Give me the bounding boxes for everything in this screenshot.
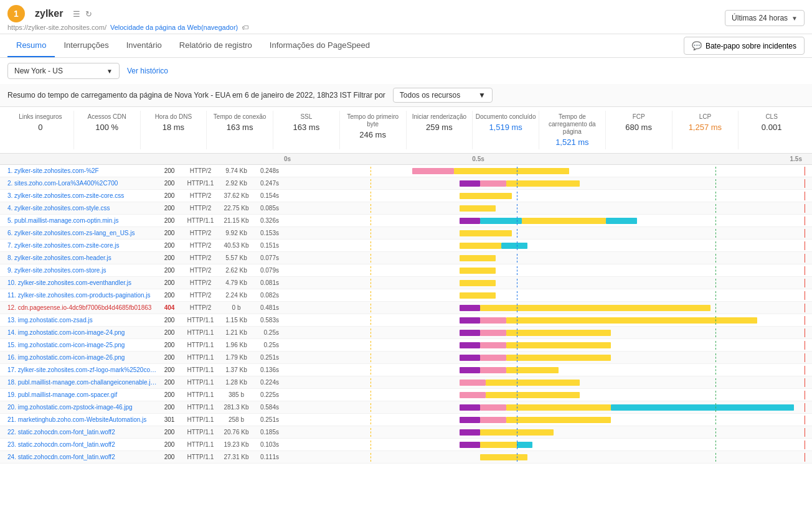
- row-url[interactable]: 19. publ.maillist-manage.com-spacer.gif: [7, 391, 157, 398]
- row-time: 0.154s: [253, 192, 281, 199]
- row-url[interactable]: 18. publ.maillist-manage.com-challangeic…: [7, 379, 157, 386]
- location-dropdown[interactable]: New York - US ▼: [7, 63, 120, 79]
- table-row: 7. zylker-site.zohosites.com-zsite-core.…: [0, 240, 812, 252]
- chat-button[interactable]: 💬 Bate-papo sobre incidentes: [684, 37, 805, 55]
- row-url[interactable]: 14. img.zohostatic.com-icon-image-24.png: [7, 329, 157, 336]
- header-right: Últimas 24 horas ▼: [725, 10, 805, 26]
- row-proto: HTTP/1.1: [182, 441, 219, 448]
- row-time: 0.247s: [253, 180, 281, 187]
- metric-item: Tempo de conexão163 ms: [207, 111, 273, 149]
- row-status: 200: [157, 230, 182, 236]
- row-chart: [281, 353, 805, 362]
- metric-item: CLS0.001: [739, 111, 805, 149]
- row-time: 0.583s: [253, 317, 281, 324]
- metric-item: LCP1,257 ms: [673, 111, 739, 149]
- row-time: 0.25s: [253, 342, 281, 348]
- row-time: 0.481s: [253, 304, 281, 311]
- row-url[interactable]: 1. zylker-site.zohosites.com-%2F: [7, 167, 157, 174]
- row-url[interactable]: 23. static.zohocdn.com-font_latin.woff2: [7, 441, 157, 448]
- timeline-labels: 0s 0.5s 1.5s: [281, 156, 805, 162]
- row-proto: HTTP/2: [182, 192, 219, 199]
- row-time: 0.251s: [253, 416, 281, 423]
- row-status: 200: [157, 404, 182, 411]
- row-url[interactable]: 3. zylker-site.zohosites.com-zsite-core.…: [7, 192, 157, 199]
- row-url[interactable]: 7. zylker-site.zohosites.com-zsite-core.…: [7, 242, 157, 249]
- row-url[interactable]: 16. img.zohostatic.com-icon-image-26.png: [7, 354, 157, 361]
- row-chart: [281, 440, 805, 449]
- table-row: 12. cdn.pagesense.io-4dc9bf7006bd4d4685f…: [0, 302, 812, 314]
- time-range-dropdown[interactable]: Últimas 24 horas ▼: [725, 10, 805, 26]
- row-proto: HTTP/1.1: [182, 454, 219, 460]
- header-left: 1 zylker ☰ ↻ https://zylker-site.zohosit…: [7, 5, 248, 31]
- row-status: 200: [157, 354, 182, 361]
- table-row: 13. img.zohostatic.com-zsad.js 200 HTTP/…: [0, 314, 812, 327]
- row-url[interactable]: 10. zylker-site.zohosites.com-eventhandl…: [7, 279, 157, 286]
- table-row: 16. img.zohostatic.com-icon-image-26.png…: [0, 352, 812, 364]
- row-url[interactable]: 15. img.zohostatic.com-icon-image-25.png: [7, 342, 157, 348]
- row-time: 0.25s: [253, 329, 281, 336]
- history-link[interactable]: Ver histórico: [127, 67, 168, 75]
- tab-resumo[interactable]: Resumo: [7, 34, 55, 57]
- tab-inventario[interactable]: Inventário: [118, 34, 171, 57]
- row-status: 200: [157, 167, 182, 174]
- row-url[interactable]: 6. zylker-site.zohosites.com-zs-lang_en_…: [7, 230, 157, 236]
- tab-interrupcoes[interactable]: Interrupções: [55, 34, 117, 57]
- row-url[interactable]: 13. img.zohostatic.com-zsad.js: [7, 317, 157, 324]
- metric-item: Iniciar renderização259 ms: [407, 111, 473, 149]
- row-chart: [281, 341, 805, 350]
- metric-item: SSL163 ms: [273, 111, 340, 149]
- table-row: 3. zylker-site.zohosites.com-zsite-core.…: [0, 190, 812, 202]
- tab-pagespeed[interactable]: Informações do PageSpeed: [261, 34, 379, 57]
- row-size: 385 b: [219, 391, 253, 398]
- waterfall-rows: 1. zylker-site.zohosites.com-%2F 200 HTT…: [0, 165, 812, 464]
- row-url[interactable]: 21. marketinghub.zoho.com-WebsiteAutomat…: [7, 416, 157, 423]
- row-proto: HTTP/2: [182, 279, 219, 286]
- table-row: 6. zylker-site.zohosites.com-zs-lang_en_…: [0, 227, 812, 240]
- table-row: 17. zylker-site.zohosites.com-zf-logo-ma…: [0, 364, 812, 376]
- refresh-icon[interactable]: ↻: [85, 9, 92, 19]
- row-url[interactable]: 8. zylker-site.zohosites.com-header.js: [7, 254, 157, 261]
- row-url[interactable]: 4. zylker-site.zohosites.com-style.css: [7, 205, 157, 212]
- table-row: 15. img.zohostatic.com-icon-image-25.png…: [0, 339, 812, 352]
- row-size: 0 b: [219, 304, 253, 311]
- row-url[interactable]: 2. sites.zoho.com-Lora%3A400%2C700: [7, 180, 157, 187]
- row-url[interactable]: 12. cdn.pagesense.io-4dc9bf7006bd4d4685f…: [7, 304, 157, 311]
- row-url[interactable]: 24. static.zohocdn.com-font_latin.woff2: [7, 454, 157, 460]
- url-text: https://zylker-site.zohosites.com/: [7, 24, 106, 31]
- row-time: 0.082s: [253, 292, 281, 299]
- row-proto: HTTP/2: [182, 205, 219, 212]
- row-chart: [281, 329, 805, 337]
- row-url[interactable]: 9. zylker-site.zohosites.com-store.js: [7, 267, 157, 274]
- row-chart: [281, 416, 805, 424]
- metric-item: Tempo do primeiro byte246 ms: [340, 111, 407, 149]
- row-url[interactable]: 11. zylker-site.zohosites.com-products-p…: [7, 292, 157, 299]
- web-speed-link[interactable]: Velocidade da página da Web(navegador): [110, 24, 238, 31]
- resource-dropdown-arrow-icon: ▼: [478, 91, 486, 100]
- row-status: 200: [157, 205, 182, 212]
- row-proto: HTTP/1.1: [182, 379, 219, 386]
- dropdown-arrow-icon: ▼: [791, 15, 798, 22]
- row-url[interactable]: 17. zylker-site.zohosites.com-zf-logo-ma…: [7, 366, 157, 373]
- row-proto: HTTP/1.1: [182, 416, 219, 423]
- app-title: zylker: [35, 8, 63, 19]
- table-row: 11. zylker-site.zohosites.com-products-p…: [0, 289, 812, 302]
- row-chart: [281, 316, 805, 325]
- row-url[interactable]: 20. img.zohostatic.com-zpstock-image-46.…: [7, 404, 157, 411]
- row-status: 200: [157, 267, 182, 274]
- row-url[interactable]: 5. publ.maillist-manage.com-optin.min.js: [7, 217, 157, 224]
- row-url[interactable]: 22. static.zohocdn.com-font_latin.woff2: [7, 429, 157, 436]
- row-status: 200: [157, 441, 182, 448]
- resource-dropdown[interactable]: Todos os recursos ▼: [393, 88, 493, 103]
- row-status: 301: [157, 416, 182, 423]
- tab-relatorio[interactable]: Relatório de registro: [171, 34, 261, 57]
- table-row: 10. zylker-site.zohosites.com-eventhandl…: [0, 277, 812, 289]
- edit-icon[interactable]: ☰: [73, 9, 80, 19]
- row-size: 21.15 Kb: [219, 217, 253, 224]
- table-row: 8. zylker-site.zohosites.com-header.js 2…: [0, 252, 812, 264]
- metric-item: Documento concluído1,519 ms: [473, 111, 539, 149]
- toolbar: New York - US ▼ Ver histórico: [0, 58, 812, 84]
- row-chart: [281, 254, 805, 263]
- row-proto: HTTP/2: [182, 167, 219, 174]
- row-size: 27.31 Kb: [219, 454, 253, 460]
- row-status: 200: [157, 429, 182, 436]
